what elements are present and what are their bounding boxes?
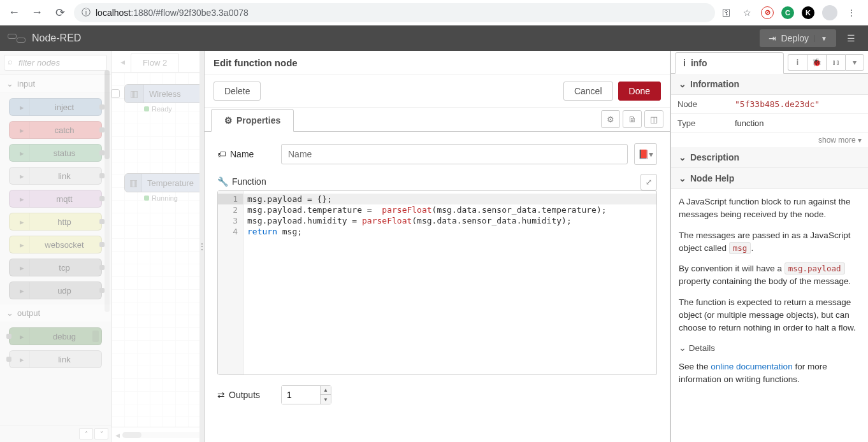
sidebar-debug-button[interactable]: 🐞 <box>807 54 826 71</box>
function-label: 🔧 Function <box>217 176 657 187</box>
node-type-icon: ▸ <box>15 236 30 253</box>
name-label: 🏷 Name <box>217 149 275 159</box>
browser-menu-icon[interactable]: ⋮ <box>845 6 858 19</box>
info-icon: i <box>683 58 686 68</box>
palette-node-link[interactable]: ▸link <box>9 350 102 368</box>
palette-node-status[interactable]: ▸status <box>9 144 102 162</box>
extension-icon-2[interactable]: C <box>781 6 794 19</box>
wrench-icon: 🔧 <box>217 176 228 187</box>
palette-node-debug[interactable]: ▸debug <box>9 327 102 345</box>
collapse-palette-button[interactable]: ◂ <box>117 51 128 72</box>
node-port <box>6 357 11 362</box>
sidebar-dashboard-button[interactable]: ⫾⫾ <box>826 54 845 71</box>
palette-node-catch[interactable]: ▸catch <box>9 121 102 139</box>
url-port: :1880 <box>131 8 153 18</box>
delete-button[interactable]: Delete <box>213 82 261 101</box>
extension-icon-1[interactable]: ⊘ <box>761 6 774 19</box>
name-input[interactable] <box>281 144 628 164</box>
extension-icon-3[interactable]: K <box>802 6 814 19</box>
node-docs-button[interactable]: 🗎 <box>623 110 642 128</box>
node-type-icon: ▸ <box>15 351 30 367</box>
palette-collapse-down-button[interactable]: ˅ <box>94 428 108 439</box>
main-menu-button[interactable]: ☰ <box>841 29 860 48</box>
node-red-logo-icon <box>8 34 25 43</box>
deploy-icon: ⇥ <box>769 33 776 43</box>
node-settings-button[interactable]: ⚙ <box>601 110 620 128</box>
info-row-type: Type function <box>671 114 868 133</box>
palette-node-websocket[interactable]: ▸websocket <box>9 236 102 253</box>
details-subheader[interactable]: ⌄ Details <box>679 342 860 355</box>
nodehelp-section-header[interactable]: ⌄ Node Help <box>671 168 868 189</box>
palette-scrollbar[interactable] <box>105 70 110 312</box>
info-tab[interactable]: i info <box>675 52 784 74</box>
cancel-button[interactable]: Cancel <box>563 82 613 101</box>
node-type-icon: ▸ <box>15 122 30 138</box>
workspace-nav-button[interactable]: ◂ <box>115 430 120 440</box>
palette-node-inject[interactable]: ▸inject <box>9 98 102 116</box>
palette-node-tcp[interactable]: ▸tcp <box>9 259 102 276</box>
tray-resize-handle[interactable] <box>199 51 205 442</box>
profile-avatar[interactable] <box>822 5 837 20</box>
show-more-link[interactable]: show more ▾ <box>671 133 868 147</box>
node-help-content: A JavaScript function block to run again… <box>671 189 868 442</box>
palette-category-input[interactable]: ⌄ input <box>0 75 111 93</box>
node-port <box>99 242 105 247</box>
node-appearance-button[interactable]: ◫ <box>644 110 663 128</box>
outputs-stepper[interactable]: ▲ ▼ <box>281 385 331 404</box>
outputs-increment-button[interactable]: ▲ <box>321 386 331 395</box>
node-port <box>99 196 105 201</box>
deploy-caret-icon[interactable]: ▼ <box>814 35 827 42</box>
node-type-icon: ▸ <box>15 190 30 207</box>
palette-node-link[interactable]: ▸link <box>9 167 102 185</box>
address-bar[interactable]: ⓘ localhost:1880/#flow/92f30be3.3a0078 <box>74 3 715 22</box>
node-port <box>99 127 105 132</box>
site-info-icon[interactable]: ⓘ <box>82 7 90 18</box>
done-button[interactable]: Done <box>618 82 661 101</box>
name-bookmark-button[interactable]: 📕▾ <box>634 143 657 165</box>
back-button[interactable]: ← <box>5 4 23 22</box>
node-port <box>99 265 105 270</box>
app-title: Node-RED <box>32 32 81 44</box>
app-logo: Node-RED <box>8 32 81 44</box>
palette-collapse-up-button[interactable]: ˄ <box>79 428 93 439</box>
outputs-value-input[interactable] <box>282 386 320 404</box>
deploy-label: Deploy <box>781 33 809 43</box>
deploy-button[interactable]: ⇥ Deploy ▼ <box>760 29 837 47</box>
flow-node-temperature[interactable]: ▥ Temperature Running <box>124 173 207 192</box>
palette-footer: ˄ ˅ <box>0 425 111 442</box>
outputs-label: ⇄ Outputs <box>217 390 275 400</box>
expand-editor-button[interactable]: ⤢ <box>640 174 657 190</box>
node-type-icon: ▸ <box>15 168 30 184</box>
palette-node-mqtt[interactable]: ▸mqtt <box>9 190 102 208</box>
palette-category-output[interactable]: ⌄ output <box>0 304 111 322</box>
browser-actions: ⚿ ☆ ⊘ C K ⋮ <box>720 5 863 20</box>
forward-button[interactable]: → <box>28 4 46 22</box>
properties-tab[interactable]: ⚙ Properties <box>211 109 294 132</box>
palette-node-udp[interactable]: ▸udp <box>9 282 102 299</box>
flow-node-wireless[interactable]: ▥ Wireless Ready <box>124 84 207 103</box>
edit-function-tray: Edit function node Delete Cancel Done ⚙ … <box>204 51 670 442</box>
palette-node-http[interactable]: ▸http <box>9 213 102 231</box>
wireless-node-icon: ▥ <box>125 85 144 103</box>
node-select-handle[interactable] <box>111 89 120 98</box>
tray-title: Edit function node <box>205 51 670 75</box>
outputs-decrement-button[interactable]: ▼ <box>321 395 331 404</box>
sidebar-info-button[interactable]: i <box>788 54 807 71</box>
gear-icon: ⚙ <box>224 115 233 125</box>
reload-button[interactable]: ⟳ <box>51 4 69 22</box>
node-type-icon: ▸ <box>15 282 30 299</box>
sidebar-more-button[interactable]: ▾ <box>845 54 864 71</box>
chevron-down-icon: ⌄ <box>679 152 686 162</box>
palette-filter-input[interactable] <box>4 55 107 71</box>
flow-tab[interactable]: Flow 2 <box>131 53 179 72</box>
info-table: Node "5f33b485.de23dc" Type function <box>671 95 868 133</box>
online-documentation-link[interactable]: online documentation <box>711 362 792 371</box>
credentials-icon[interactable]: ⚿ <box>720 6 733 19</box>
description-section-header[interactable]: ⌄ Description <box>671 147 868 168</box>
information-section-header[interactable]: ⌄ Information <box>671 74 868 95</box>
bookmark-star-icon[interactable]: ☆ <box>741 6 753 19</box>
palette-sidebar: ⌄ input ▸inject▸catch▸status▸link▸mqtt▸h… <box>0 51 112 442</box>
app-header: Node-RED ⇥ Deploy ▼ ☰ <box>0 25 868 51</box>
function-code-editor[interactable]: 1 2 3 4 msg.payload = {};msg.payload.tem… <box>217 190 657 375</box>
code-area[interactable]: msg.payload = {};msg.payload.temperature… <box>243 191 656 374</box>
